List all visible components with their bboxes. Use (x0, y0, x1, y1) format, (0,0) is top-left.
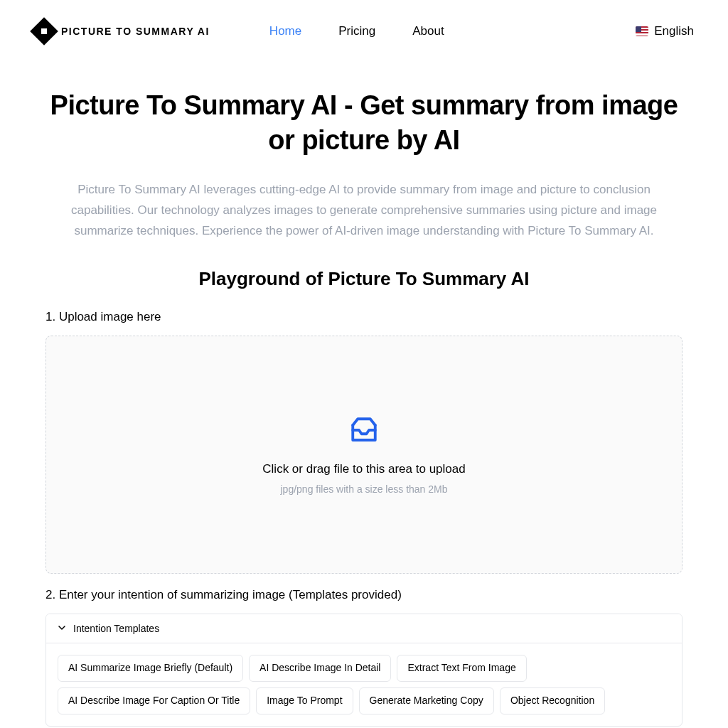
upload-dropzone[interactable]: Click or drag file to this area to uploa… (46, 336, 682, 574)
step2-label: 2. Enter your intention of summarizing i… (46, 588, 682, 602)
nav-home[interactable]: Home (269, 24, 301, 38)
upload-hint-text: jpg/png files with a size less than 2Mb (280, 483, 447, 495)
upload-main-text: Click or drag file to this area to uploa… (262, 462, 465, 476)
main-content: Picture To Summary AI - Get summary from… (0, 63, 728, 728)
chevron-down-icon (58, 623, 66, 634)
collapse-label: Intention Templates (73, 623, 159, 634)
playground-title: Playground of Picture To Summary AI (46, 268, 682, 290)
header: PICTURE TO SUMMARY AI Home Pricing About… (0, 0, 728, 63)
templates-body: AI Summarize Image Briefly (Default) AI … (46, 643, 682, 725)
page-title: Picture To Summary AI - Get summary from… (46, 88, 682, 159)
language-label: English (654, 24, 694, 38)
inbox-icon (349, 415, 379, 448)
template-describe-detail[interactable]: AI Describe Image In Detail (249, 655, 391, 682)
templates-collapse: Intention Templates AI Summarize Image B… (46, 614, 682, 726)
language-selector[interactable]: English (636, 24, 694, 38)
flag-us-icon (636, 26, 648, 36)
template-image-prompt[interactable]: Image To Prompt (256, 687, 353, 714)
diamond-icon (30, 17, 58, 46)
nav-pricing[interactable]: Pricing (338, 24, 375, 38)
collapse-header[interactable]: Intention Templates (46, 614, 682, 643)
template-object-recognition[interactable]: Object Recognition (500, 687, 605, 714)
page-description: Picture To Summary AI leverages cutting-… (46, 180, 682, 242)
nav-about[interactable]: About (412, 24, 444, 38)
template-marketing-copy[interactable]: Generate Marketing Copy (359, 687, 494, 714)
step1-label: 1. Upload image here (46, 310, 682, 324)
template-summarize-brief[interactable]: AI Summarize Image Briefly (Default) (58, 655, 243, 682)
logo[interactable]: PICTURE TO SUMMARY AI (34, 21, 210, 41)
nav: Home Pricing About (269, 24, 444, 38)
template-caption-title[interactable]: AI Describe Image For Caption Or Title (58, 687, 250, 714)
logo-text: PICTURE TO SUMMARY AI (61, 26, 210, 37)
template-extract-text[interactable]: Extract Text From Image (397, 655, 526, 682)
